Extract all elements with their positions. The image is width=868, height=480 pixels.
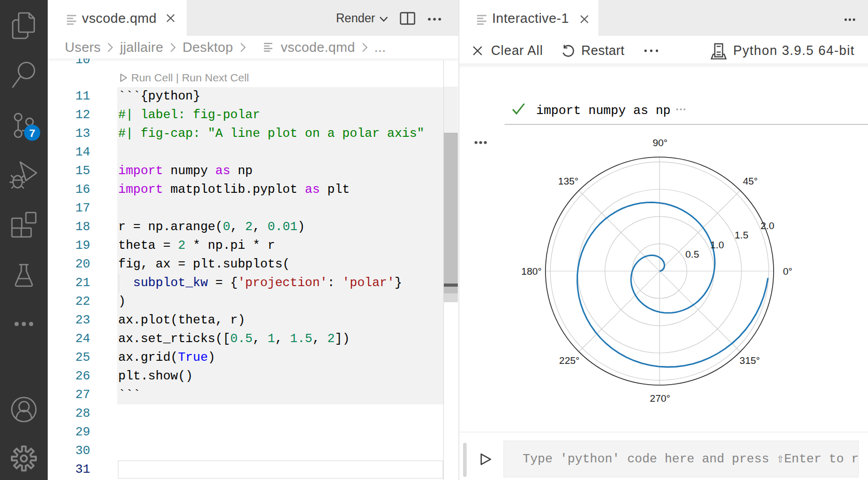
svg-text:0.5: 0.5 bbox=[685, 249, 699, 260]
svg-text:180°: 180° bbox=[521, 266, 541, 277]
svg-text:7: 7 bbox=[29, 127, 35, 139]
svg-text:1.0: 1.0 bbox=[710, 239, 724, 250]
svg-text:315°: 315° bbox=[739, 355, 760, 366]
svg-text:2.0: 2.0 bbox=[761, 220, 774, 231]
svg-text:45°: 45° bbox=[743, 176, 758, 187]
svg-text:90°: 90° bbox=[653, 137, 668, 148]
svg-text:135°: 135° bbox=[558, 176, 578, 187]
svg-text:1.5: 1.5 bbox=[735, 230, 748, 241]
svg-text:270°: 270° bbox=[650, 393, 670, 404]
svg-text:0°: 0° bbox=[783, 266, 792, 277]
svg-text:225°: 225° bbox=[559, 355, 579, 366]
